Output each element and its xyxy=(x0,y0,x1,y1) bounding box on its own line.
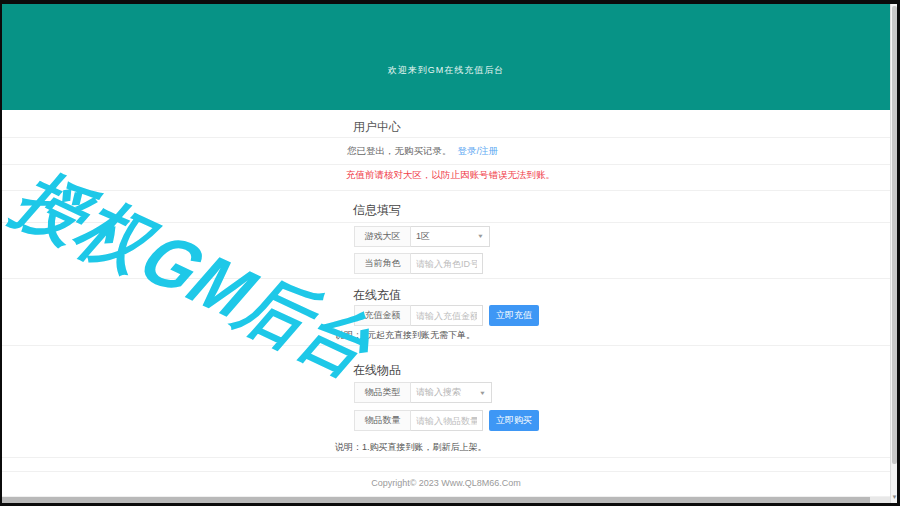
footer-copyright: Copyright© 2023 Www.QL8M66.Com xyxy=(2,478,890,488)
chevron-down-icon: ▼ xyxy=(477,234,484,240)
row-divider xyxy=(2,222,890,223)
recharge-note: 说明：1元起充直接到账无需下单。 xyxy=(335,329,475,342)
page-viewport: 欢迎来到GM在线充值后台 用户中心 您已登出，无购买记录。登录/注册 充值前请核… xyxy=(2,4,890,497)
game-region-value: 1区 xyxy=(416,230,430,243)
section-title-recharge: 在线充值 xyxy=(353,287,401,304)
game-region-label: 游戏大区 xyxy=(354,226,411,247)
scroll-down-arrow-icon[interactable]: ▼ xyxy=(891,492,898,502)
section-title-items: 在线物品 xyxy=(353,362,401,379)
recharge-amount-row: 充值金额 xyxy=(354,305,483,326)
items-note: 说明：1.购买直接到账，刷新后上架。 xyxy=(335,441,487,454)
chevron-down-icon: ▼ xyxy=(479,390,486,396)
recharge-button[interactable]: 立即充值 xyxy=(489,305,539,326)
login-status-line: 您已登出，无购买记录。登录/注册 xyxy=(347,145,498,158)
vertical-scrollbar-thumb[interactable] xyxy=(892,6,897,464)
recharge-amount-label: 充值金额 xyxy=(354,305,411,326)
current-role-label: 当前角色 xyxy=(354,253,411,274)
buy-button[interactable]: 立即购买 xyxy=(489,410,539,431)
row-divider xyxy=(2,164,890,165)
item-type-select[interactable]: 请输入搜索 ▼ xyxy=(411,382,492,403)
browser-frame: 欢迎来到GM在线充值后台 用户中心 您已登出，无购买记录。登录/注册 充值前请核… xyxy=(0,0,900,506)
item-type-row: 物品类型 请输入搜索 ▼ xyxy=(354,382,492,403)
warning-text: 充值前请核对大区，以防止因账号错误无法到账。 xyxy=(346,169,555,182)
row-divider xyxy=(2,471,890,472)
game-region-row: 游戏大区 1区 ▼ xyxy=(354,226,490,247)
row-divider xyxy=(2,345,890,346)
header-banner: 欢迎来到GM在线充值后台 xyxy=(2,4,890,110)
current-role-row: 当前角色 xyxy=(354,253,483,274)
row-divider xyxy=(2,190,890,191)
item-qty-row: 物品数量 xyxy=(354,410,483,431)
item-type-value: 请输入搜索 xyxy=(416,386,461,399)
page-title: 用户中心 xyxy=(353,119,401,136)
horizontal-scrollbar[interactable] xyxy=(2,497,890,503)
row-divider xyxy=(2,457,890,458)
login-status-text: 您已登出，无购买记录。 xyxy=(347,145,452,156)
game-region-select[interactable]: 1区 ▼ xyxy=(411,226,490,247)
horizontal-scrollbar-thumb[interactable] xyxy=(2,497,870,503)
welcome-text: 欢迎来到GM在线充值后台 xyxy=(2,64,890,77)
item-type-label: 物品类型 xyxy=(354,382,411,403)
row-divider xyxy=(2,278,890,279)
row-divider xyxy=(2,137,890,138)
watermark-text: 授权GM后台 xyxy=(2,166,399,386)
item-qty-label: 物品数量 xyxy=(354,410,411,431)
vertical-scrollbar[interactable]: ▼ xyxy=(890,4,897,503)
current-role-input[interactable] xyxy=(411,253,483,274)
section-title-info: 信息填写 xyxy=(353,202,401,219)
item-qty-input[interactable] xyxy=(411,410,483,431)
recharge-amount-input[interactable] xyxy=(411,305,483,326)
login-link[interactable]: 登录/注册 xyxy=(458,145,499,156)
